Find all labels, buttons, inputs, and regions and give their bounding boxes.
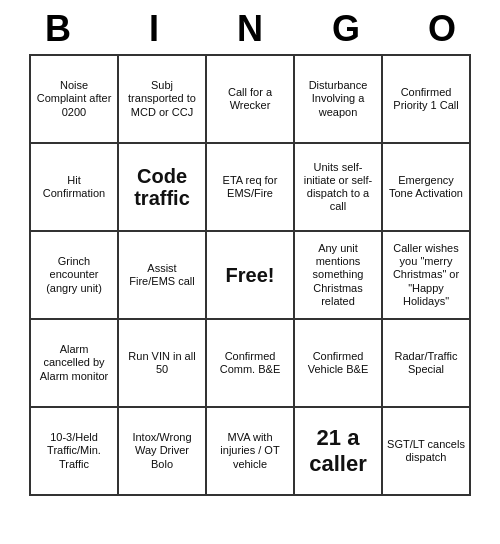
bingo-cell-5[interactable]: Hit Confirmation	[31, 144, 119, 232]
bingo-header: B I N G O	[10, 0, 490, 54]
header-o: O	[398, 8, 486, 50]
bingo-cell-8[interactable]: Units self-initiate or self-dispatch to …	[295, 144, 383, 232]
header-g: G	[302, 8, 390, 50]
bingo-cell-9[interactable]: Emergency Tone Activation	[383, 144, 471, 232]
bingo-cell-19[interactable]: Radar/Traffic Special	[383, 320, 471, 408]
bingo-cell-4[interactable]: Confirmed Priority 1 Call	[383, 56, 471, 144]
bingo-cell-20[interactable]: 10-3/Held Traffic/Min. Traffic	[31, 408, 119, 496]
bingo-cell-0[interactable]: Noise Complaint after 0200	[31, 56, 119, 144]
bingo-cell-24[interactable]: SGT/LT cancels dispatch	[383, 408, 471, 496]
bingo-cell-15[interactable]: Alarm cancelled by Alarm monitor	[31, 320, 119, 408]
bingo-cell-12[interactable]: Free!	[207, 232, 295, 320]
bingo-cell-3[interactable]: Disturbance Involving a weapon	[295, 56, 383, 144]
header-b: B	[14, 8, 102, 50]
bingo-cell-10[interactable]: Grinch encounter (angry unit)	[31, 232, 119, 320]
bingo-cell-13[interactable]: Any unit mentions something Christmas re…	[295, 232, 383, 320]
bingo-cell-7[interactable]: ETA req for EMS/Fire	[207, 144, 295, 232]
header-i: I	[110, 8, 198, 50]
bingo-cell-14[interactable]: Caller wishes you "merry Christmas" or "…	[383, 232, 471, 320]
bingo-cell-6[interactable]: Code traffic	[119, 144, 207, 232]
bingo-cell-2[interactable]: Call for a Wrecker	[207, 56, 295, 144]
bingo-cell-21[interactable]: Intox/Wrong Way Driver Bolo	[119, 408, 207, 496]
bingo-cell-23[interactable]: 21 a caller	[295, 408, 383, 496]
bingo-cell-22[interactable]: MVA with injuries / OT vehicle	[207, 408, 295, 496]
header-n: N	[206, 8, 294, 50]
bingo-cell-17[interactable]: Confirmed Comm. B&E	[207, 320, 295, 408]
bingo-cell-11[interactable]: Assist Fire/EMS call	[119, 232, 207, 320]
bingo-cell-16[interactable]: Run VIN in all 50	[119, 320, 207, 408]
bingo-cell-18[interactable]: Confirmed Vehicle B&E	[295, 320, 383, 408]
bingo-grid: Noise Complaint after 0200Subj transport…	[29, 54, 471, 496]
bingo-cell-1[interactable]: Subj transported to MCD or CCJ	[119, 56, 207, 144]
